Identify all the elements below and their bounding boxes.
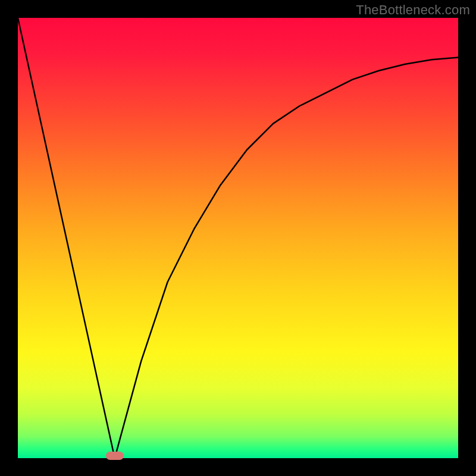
chart-container: TheBottleneck.com [0, 0, 476, 476]
curve-path [18, 18, 458, 458]
plot-area [18, 18, 458, 458]
watermark-text: TheBottleneck.com [356, 2, 470, 18]
curve-svg [18, 18, 458, 458]
vertex-marker [106, 452, 124, 460]
